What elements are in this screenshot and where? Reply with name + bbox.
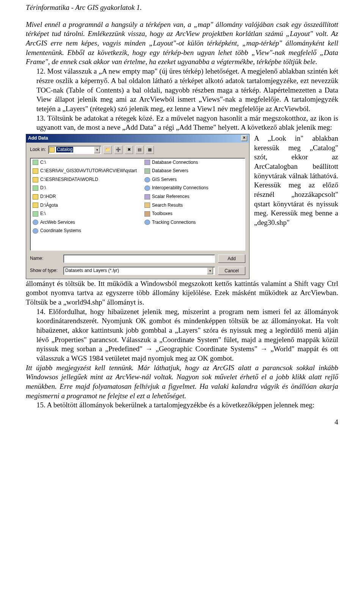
list-item-label: D:\Ágota xyxy=(40,203,58,209)
db-icon xyxy=(144,194,150,200)
list-item-label: C:\ESRI\ESRIDATA\WORLD xyxy=(40,177,98,183)
list-item[interactable]: C:\ESRI\AV_GIS30\AVTUTOR\ARCVIEW\qstart xyxy=(33,168,137,174)
list-item-label: Interoperability Connections xyxy=(152,185,209,191)
item-13: 13. Töltsünk be adatokat a rétegek közé.… xyxy=(36,114,338,132)
list-item[interactable]: D:\Ágota xyxy=(33,203,137,209)
tool-icon xyxy=(144,211,150,217)
side-paragraph: A „Look in" ablakban keressük meg „Catal… xyxy=(249,134,338,228)
detail-view-button[interactable]: ▦ xyxy=(146,146,154,154)
globe-icon xyxy=(33,220,38,225)
close-button[interactable]: × xyxy=(241,135,247,141)
list-item-label: E:\ xyxy=(40,211,46,217)
drive-icon xyxy=(33,185,38,191)
list-item-label: D:\ xyxy=(40,185,46,191)
list-item-label: Scalar References xyxy=(152,194,190,200)
list-view-button[interactable]: ▤ xyxy=(135,146,144,154)
list-item[interactable]: Coordinate Systems xyxy=(33,228,137,234)
lookin-label: Look in: xyxy=(30,147,46,153)
folder-icon xyxy=(33,177,38,182)
item-15: 15. A betöltött állományok bekerülnek a … xyxy=(36,401,338,410)
name-input[interactable] xyxy=(63,255,215,263)
page-number: 4 xyxy=(26,418,338,427)
intro-paragraph: Mivel ennél a programnál a hangsúly a té… xyxy=(26,20,338,67)
remark-paragraph: Itt újabb megjegyzést kell tennünk. Már … xyxy=(26,363,338,401)
connect-folder-button[interactable]: ➕ xyxy=(114,146,122,154)
list-item-label: C:\ESRI\AV_GIS30\AVTUTOR\ARCVIEW\qstart xyxy=(40,168,137,174)
folder-icon xyxy=(33,194,38,200)
list-item-label: ArcWeb Services xyxy=(40,220,75,226)
drive-icon xyxy=(33,211,38,217)
type-label: Show of type: xyxy=(30,268,60,274)
list-item[interactable]: E:\ xyxy=(33,211,137,217)
list-item-label: Toolboxes xyxy=(152,211,173,217)
type-combo[interactable]: Datasets and Layers (*.lyr) ▾ xyxy=(63,267,215,275)
list-item[interactable]: C:\ESRI\ESRIDATA\WORLD xyxy=(33,177,137,183)
list-item[interactable]: D:\HDR xyxy=(33,194,137,200)
globe-icon xyxy=(144,177,150,182)
list-item[interactable]: Interoperability Connections xyxy=(144,185,209,191)
chevron-down-icon[interactable]: ▾ xyxy=(207,267,213,274)
item-12: 12. Most válasszuk a „A new empty map" (… xyxy=(36,67,338,113)
catalog-icon xyxy=(49,147,55,152)
list-item[interactable]: Toolboxes xyxy=(144,211,209,217)
list-item-label: Database Servers xyxy=(152,168,188,174)
folder-icon xyxy=(33,168,38,174)
globe-icon xyxy=(144,185,150,191)
lookin-value: Catalog xyxy=(56,147,73,153)
dialog-titlebar: Add Data × xyxy=(26,134,249,143)
lookin-combo[interactable]: Catalog ▾ xyxy=(48,146,101,154)
list-item-label: Coordinate Systems xyxy=(40,228,81,234)
globe-icon xyxy=(144,220,150,225)
list-item[interactable]: Search Results xyxy=(144,203,209,209)
globe-icon xyxy=(33,228,38,234)
item-14: 14. Előfordulhat, hogy hibaüzenet jeleni… xyxy=(36,307,338,363)
list-item[interactable]: D:\ xyxy=(33,185,137,191)
list-item-label: Tracking Connections xyxy=(152,220,196,226)
list-item[interactable]: ArcWeb Services xyxy=(33,220,137,226)
page-header: Térinformatika - Arc GIS gyakorlatok 1. xyxy=(26,3,338,13)
add-data-dialog: Add Data × Look in: Catalog ▾ 📁 ➕ ✖ ▤ ▦ … xyxy=(26,134,249,279)
chevron-down-icon[interactable]: ▾ xyxy=(94,146,100,153)
file-list[interactable]: C:\C:\ESRI\AV_GIS30\AVTUTOR\ARCVIEW\qsta… xyxy=(30,158,245,251)
up-folder-button[interactable]: 📁 xyxy=(104,146,112,154)
after-dialog-paragraph: állományt és töltsük be. Itt működik a W… xyxy=(26,279,338,307)
list-item[interactable]: Database Servers xyxy=(144,168,209,174)
list-item[interactable]: Tracking Connections xyxy=(144,220,209,226)
dialog-title: Add Data xyxy=(28,135,48,141)
disconnect-folder-button[interactable]: ✖ xyxy=(125,146,133,154)
server-icon xyxy=(144,168,150,174)
drive-icon xyxy=(33,160,38,165)
folder-icon xyxy=(33,203,38,208)
cancel-button[interactable]: Cancel xyxy=(218,267,245,275)
list-item-label: C:\ xyxy=(40,160,46,166)
list-item[interactable]: GIS Servers xyxy=(144,177,209,183)
list-item-label: D:\HDR xyxy=(40,194,56,200)
list-item-label: GIS Servers xyxy=(152,177,177,183)
list-item[interactable]: Scalar References xyxy=(144,194,209,200)
db-icon xyxy=(144,160,150,165)
list-item[interactable]: C:\ xyxy=(33,160,137,166)
name-label: Name: xyxy=(30,256,60,262)
list-item-label: Search Results xyxy=(152,203,183,209)
list-item[interactable]: Database Connections xyxy=(144,160,209,166)
search-icon xyxy=(144,203,150,208)
add-button[interactable]: Add xyxy=(218,255,245,263)
list-item-label: Database Connections xyxy=(152,160,198,166)
